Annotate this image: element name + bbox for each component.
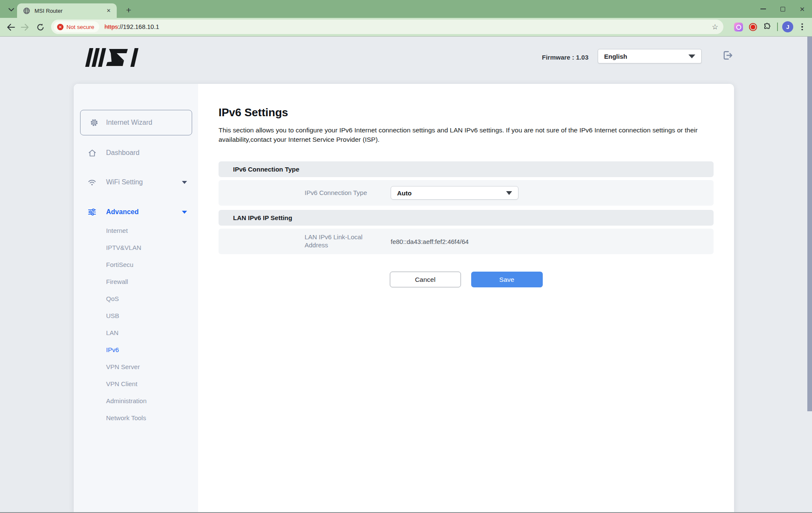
profile-button[interactable]: J xyxy=(780,20,795,34)
logout-button[interactable] xyxy=(722,49,734,62)
section-header-connection-type: IPv6 Connection Type xyxy=(219,161,714,177)
sidebar-item-wifi-setting[interactable]: WiFi Setting xyxy=(74,172,198,192)
button-bar: Cancel Save xyxy=(219,272,714,287)
subitem-label: Internet xyxy=(106,227,128,234)
sidebar-subitem-iptv-vlan[interactable]: IPTV&VLAN xyxy=(74,239,198,256)
advanced-submenu: Internet IPTV&VLAN FortiSecu Firewall Qo… xyxy=(74,222,198,426)
field-label: LAN IPv6 Link-Local Address xyxy=(305,233,391,249)
browser-tab[interactable]: MSI Router ✕ xyxy=(17,3,117,18)
form-row-connection-type: IPv6 Connection Type Auto xyxy=(219,180,714,206)
subitem-label: QoS xyxy=(106,295,119,302)
home-icon xyxy=(87,148,97,158)
ipv6-connection-type-select[interactable]: Auto xyxy=(391,186,518,200)
cancel-button[interactable]: Cancel xyxy=(390,272,461,287)
sidebar-item-label: WiFi Setting xyxy=(106,178,143,186)
minimize-icon xyxy=(760,9,766,9)
extension-record-button[interactable] xyxy=(746,20,760,34)
maximize-icon xyxy=(780,7,785,11)
profile-avatar: J xyxy=(782,21,793,32)
sidebar-subitem-fortisecu[interactable]: FortiSecu xyxy=(74,256,198,273)
settings-card: Internet Wizard Dashboard WiFi Setting xyxy=(74,84,734,513)
browser-tab-strip: MSI Router ✕ + ✕ xyxy=(0,0,812,18)
bookmark-star-icon[interactable]: ☆ xyxy=(712,23,718,32)
forward-button[interactable] xyxy=(17,20,32,34)
extension-pink-button[interactable] xyxy=(731,20,746,34)
reload-button[interactable] xyxy=(33,20,48,34)
sidebar-item-advanced[interactable]: Advanced xyxy=(74,202,198,222)
tab-search-button[interactable] xyxy=(6,5,16,15)
sidebar-subitem-administration[interactable]: Administration xyxy=(74,392,198,409)
url-bar[interactable]: ✕ Not secure https://192.168.10.1 ☆ xyxy=(51,20,723,34)
sidebar-subitem-ipv6[interactable]: IPv6 xyxy=(74,341,198,358)
subitem-label: USB xyxy=(106,312,119,319)
chevron-down-icon xyxy=(688,54,695,58)
chevron-down-icon xyxy=(9,8,14,11)
selected-value: Auto xyxy=(397,189,506,197)
puzzle-icon xyxy=(763,23,772,31)
tab-title: MSI Router xyxy=(35,8,105,14)
browser-menu-button[interactable] xyxy=(795,20,809,34)
window-maximize-button[interactable] xyxy=(773,0,792,18)
field-label: IPv6 Connection Type xyxy=(305,189,391,197)
sidebar-subitem-qos[interactable]: QoS xyxy=(74,290,198,307)
not-secure-icon: ✕ xyxy=(57,24,63,30)
subitem-label: IPTV&VLAN xyxy=(106,244,141,251)
extensions-menu-button[interactable] xyxy=(760,20,775,34)
subitem-label: Administration xyxy=(106,397,147,404)
language-select[interactable]: English xyxy=(598,49,702,63)
section-header-lan-ipv6: LAN IPv6 IP Setting xyxy=(219,210,714,226)
sidebar-item-label: Internet Wizard xyxy=(106,119,152,126)
logout-icon xyxy=(722,49,734,61)
subitem-label: Network Tools xyxy=(106,414,146,421)
sidebar: Internet Wizard Dashboard WiFi Setting xyxy=(74,84,198,513)
subitem-label: IPv6 xyxy=(106,346,119,353)
subitem-label: LAN xyxy=(106,329,118,336)
sidebar-subitem-lan[interactable]: LAN xyxy=(74,324,198,341)
page-description: This section allows you to configure you… xyxy=(219,126,714,144)
form-row-link-local: LAN IPv6 Link-Local Address fe80::da43:a… xyxy=(219,229,714,254)
security-chip[interactable]: ✕ Not secure xyxy=(54,21,99,32)
subitem-label: FortiSecu xyxy=(106,261,133,268)
back-button[interactable] xyxy=(3,20,18,34)
sidebar-subitem-internet[interactable]: Internet xyxy=(74,222,198,239)
tab-close-button[interactable]: ✕ xyxy=(105,7,112,14)
new-tab-button[interactable]: + xyxy=(123,4,135,16)
firmware-version: Firmware : 1.03 xyxy=(542,54,588,61)
window-minimize-button[interactable] xyxy=(753,0,773,18)
chevron-down-icon xyxy=(182,211,187,214)
sidebar-subitem-vpn-server[interactable]: VPN Server xyxy=(74,358,198,375)
sidebar-item-label: Advanced xyxy=(106,208,138,216)
page-scrollbar[interactable] xyxy=(807,37,812,411)
subitem-label: VPN Client xyxy=(106,380,137,387)
window-close-button[interactable]: ✕ xyxy=(792,0,812,18)
main-content: IPv6 Settings This section allows you to… xyxy=(198,84,734,513)
msi-logo xyxy=(81,48,145,69)
router-page: Firmware : 1.03 English xyxy=(0,37,812,513)
sidebar-subitem-network-tools[interactable]: Network Tools xyxy=(74,409,198,426)
link-local-address-value: fe80::da43:aeff:fef2:46f4/64 xyxy=(391,238,469,245)
browser-toolbar: ✕ Not secure https://192.168.10.1 ☆ J xyxy=(0,18,812,36)
toolbar-separator xyxy=(777,23,778,31)
language-selected-value: English xyxy=(604,53,688,60)
record-icon xyxy=(749,23,757,31)
chevron-down-icon xyxy=(506,191,512,195)
subitem-label: Firewall xyxy=(106,278,128,285)
pink-extension-icon xyxy=(734,23,743,32)
site-header: Firmware : 1.03 English xyxy=(0,37,812,84)
url-host: ://192.168.10.1 xyxy=(118,23,159,30)
back-arrow-icon xyxy=(7,24,15,31)
window-controls: ✕ xyxy=(753,0,812,18)
forward-arrow-icon xyxy=(21,24,29,31)
reload-icon xyxy=(37,23,44,31)
sidebar-subitem-vpn-client[interactable]: VPN Client xyxy=(74,375,198,392)
sidebar-subitem-firewall[interactable]: Firewall xyxy=(74,273,198,290)
chevron-down-icon xyxy=(182,181,187,184)
sliders-icon xyxy=(87,207,97,217)
sidebar-subitem-usb[interactable]: USB xyxy=(74,307,198,324)
sidebar-item-internet-wizard[interactable]: Internet Wizard xyxy=(80,110,192,135)
security-label: Not secure xyxy=(66,24,94,30)
globe-favicon-icon xyxy=(23,7,30,14)
close-icon: ✕ xyxy=(800,6,805,12)
save-button[interactable]: Save xyxy=(471,272,543,287)
sidebar-item-dashboard[interactable]: Dashboard xyxy=(74,143,198,163)
